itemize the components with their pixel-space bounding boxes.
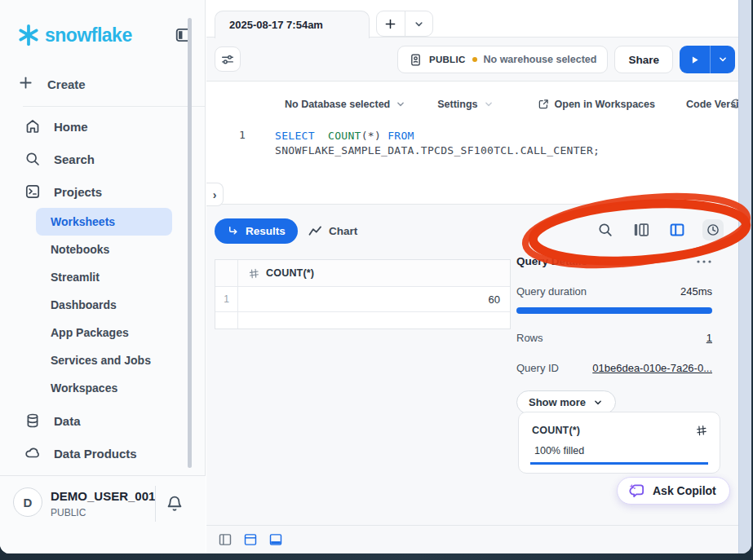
sidebar-item-search[interactable]: Search xyxy=(0,143,205,175)
table-header-row[interactable]: COUNT(*) xyxy=(215,260,510,287)
sidebar-item-label: Search xyxy=(54,152,95,166)
share-label: Share xyxy=(628,54,659,66)
sidebar-item-label: Worksheets xyxy=(51,215,115,228)
user-name: DEMO_USER_001 xyxy=(51,489,155,503)
user-section: D DEMO_USER_001 PUBLIC xyxy=(0,475,206,553)
open-in-workspaces-link[interactable]: Open in Workspaces xyxy=(537,98,655,111)
search-results-icon[interactable] xyxy=(595,219,616,240)
table-row[interactable]: 1 60 xyxy=(215,287,510,312)
results-pane: Results Chart xyxy=(206,205,738,525)
projects-icon xyxy=(24,183,41,200)
query-id-label: Query ID xyxy=(516,362,559,374)
columns-icon[interactable] xyxy=(631,219,652,240)
gutter-header-cell xyxy=(215,260,238,286)
split-panel-icon[interactable] xyxy=(667,219,688,240)
create-label: Create xyxy=(47,77,86,91)
expand-object-browser-button[interactable]: › xyxy=(206,183,224,206)
rows-label: Rows xyxy=(516,332,543,344)
layout-toggle-bar xyxy=(206,525,738,553)
worksheet-tabstrip: 2025-08-17 7:54am xyxy=(206,0,738,37)
worksheet-tab-label: 2025-08-17 7:54am xyxy=(229,19,323,31)
fill-percentage-label: 100% filled xyxy=(519,437,720,456)
bell-icon[interactable] xyxy=(165,494,184,514)
main-area: 2025-08-17 7:54am PUBLIC xyxy=(206,0,738,553)
duration-value: 245ms xyxy=(680,285,712,298)
sidebar-item-notebooks[interactable]: Notebooks xyxy=(0,236,205,263)
sidebar-item-label: Notebooks xyxy=(51,243,109,256)
settings-menu[interactable]: Settings xyxy=(437,99,494,110)
chevron-down-icon xyxy=(483,99,494,110)
sidebar-item-streamlit[interactable]: Streamlit xyxy=(0,263,205,291)
panel-bottom-icon[interactable] xyxy=(268,532,283,547)
worksheet-options-button[interactable] xyxy=(215,46,241,72)
sidebar: snowflake Create Home xyxy=(0,0,206,553)
worksheet-tab[interactable]: 2025-08-17 7:54am xyxy=(215,11,370,38)
copilot-icon xyxy=(628,483,645,500)
snowflake-wordmark: snowflake xyxy=(45,24,174,46)
chevron-down-icon xyxy=(592,397,604,408)
sidebar-item-label: Streamlit xyxy=(51,271,100,284)
sidebar-scrollbar[interactable] xyxy=(188,18,192,468)
sidebar-item-services-and-jobs[interactable]: Services and Jobs xyxy=(0,346,205,374)
sidebar-item-label: Projects xyxy=(54,185,102,199)
column-stats-card[interactable]: COUNT(*) 100% filled xyxy=(518,412,720,474)
data-icon xyxy=(24,412,41,429)
sql-punct: (*) xyxy=(361,130,381,142)
database-selector[interactable]: No Database selected xyxy=(285,99,406,110)
query-details-title: Query Details xyxy=(516,255,587,267)
plus-icon xyxy=(18,75,33,94)
new-worksheet-button[interactable] xyxy=(377,11,405,36)
sidebar-item-projects[interactable]: Projects xyxy=(0,175,205,208)
chevron-down-icon xyxy=(413,18,425,30)
tab-list-dropdown[interactable] xyxy=(405,11,432,36)
sql-code[interactable]: SELECT COUNT(*) FROM SNOWFLAKE_SAMPLE_DA… xyxy=(275,129,732,158)
sidebar-item-worksheets[interactable]: Worksheets xyxy=(36,208,172,236)
sidebar-item-app-packages[interactable]: App Packages xyxy=(0,319,205,346)
tab-chart[interactable]: Chart xyxy=(308,218,357,244)
sidebar-item-data-products[interactable]: Data Products xyxy=(0,437,205,470)
sidebar-item-label: Workspaces xyxy=(51,381,117,395)
sql-identifier: SNOWFLAKE_SAMPLE_DATA.TPCDS_SF100TCL.CAL… xyxy=(275,144,600,157)
show-more-label: Show more xyxy=(529,396,586,408)
avatar[interactable]: D xyxy=(13,487,42,517)
sidebar-item-dashboards[interactable]: Dashboards xyxy=(0,291,205,319)
more-menu-icon[interactable] xyxy=(696,259,712,264)
home-icon xyxy=(24,118,41,134)
sql-function: COUNT xyxy=(328,130,361,142)
context-selector[interactable]: PUBLIC No warehouse selected xyxy=(397,46,609,73)
history-icon[interactable] xyxy=(702,219,724,240)
create-button[interactable]: Create xyxy=(18,72,205,96)
sidebar-divider xyxy=(23,106,205,107)
panel-left-icon[interactable] xyxy=(218,532,233,547)
sidebar-scroll-area: snowflake Create Home xyxy=(0,0,205,475)
play-icon xyxy=(689,54,701,66)
share-button[interactable]: Share xyxy=(614,46,673,73)
sliders-icon xyxy=(220,52,235,67)
rows-value-link[interactable]: 1 xyxy=(706,332,712,344)
window-scrollbar-gutter[interactable] xyxy=(738,0,751,553)
run-options-button[interactable] xyxy=(710,46,735,73)
line-number: 1 xyxy=(239,129,246,141)
warehouse-status-dot xyxy=(472,57,477,62)
sidebar-item-ai-ml[interactable]: AI & ML xyxy=(0,470,205,475)
ask-copilot-label: Ask Copilot xyxy=(653,484,716,497)
chevron-down-icon xyxy=(717,54,729,65)
sidebar-item-workspaces[interactable]: Workspaces xyxy=(0,374,205,402)
sidebar-item-label: Data Products xyxy=(54,447,137,461)
query-id-link[interactable]: 01be6dea-010e-7a26-0... xyxy=(592,362,712,374)
sidebar-item-data[interactable]: Data xyxy=(0,404,205,437)
snowflake-logo-icon xyxy=(16,23,41,47)
results-tab-label: Results xyxy=(246,225,286,237)
worksheet-toolbar: PUBLIC No warehouse selected Share xyxy=(206,37,738,82)
show-more-button[interactable]: Show more xyxy=(516,390,616,414)
tab-results[interactable]: Results xyxy=(215,218,298,244)
panel-top-icon[interactable] xyxy=(243,532,258,547)
editor-search-icon[interactable] xyxy=(729,97,738,115)
run-button[interactable] xyxy=(680,46,710,73)
sidebar-item-label: App Packages xyxy=(51,326,129,339)
ask-copilot-button[interactable]: Ask Copilot xyxy=(617,477,730,505)
table-row-empty xyxy=(215,312,510,329)
plus-icon xyxy=(383,17,397,31)
sql-editor: No Database selected Settings Open in Wo… xyxy=(206,82,738,205)
sidebar-item-home[interactable]: Home xyxy=(0,110,205,143)
